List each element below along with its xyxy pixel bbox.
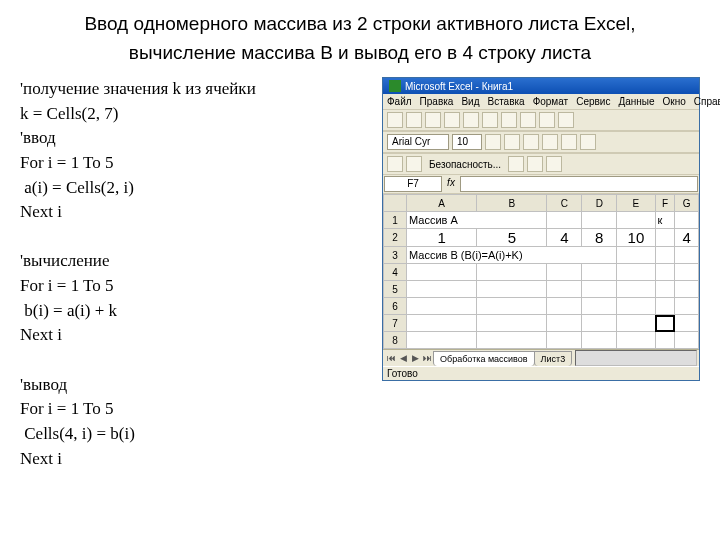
cell[interactable] (547, 281, 582, 298)
excel-toolbar-vba[interactable]: Безопасность... (383, 153, 699, 175)
save-icon[interactable] (425, 112, 441, 128)
cell[interactable] (655, 315, 675, 332)
excel-menubar[interactable]: ФайлПравкаВидВставкаФорматСервисДанныеОк… (383, 94, 699, 109)
cell[interactable] (675, 315, 699, 332)
cell[interactable] (477, 315, 547, 332)
align-right-icon[interactable] (580, 134, 596, 150)
column-header[interactable]: F (655, 195, 675, 212)
cell[interactable] (617, 332, 655, 349)
cell[interactable] (655, 247, 675, 264)
cell[interactable] (547, 212, 582, 229)
column-header[interactable]: G (675, 195, 699, 212)
row-header[interactable]: 2 (384, 229, 407, 247)
cell[interactable] (477, 264, 547, 281)
cell[interactable] (617, 315, 655, 332)
cell[interactable]: 10 (617, 229, 655, 247)
bold-icon[interactable] (485, 134, 501, 150)
column-header[interactable]: E (617, 195, 655, 212)
vba-editor-icon[interactable] (508, 156, 524, 172)
cell[interactable] (407, 298, 477, 315)
excel-toolbar-standard[interactable] (383, 109, 699, 131)
cell[interactable] (407, 332, 477, 349)
cell[interactable] (547, 298, 582, 315)
align-center-icon[interactable] (561, 134, 577, 150)
column-header[interactable]: B (477, 195, 547, 212)
cell[interactable] (675, 298, 699, 315)
column-header[interactable]: D (582, 195, 617, 212)
cell[interactable] (617, 212, 655, 229)
cell[interactable] (582, 281, 617, 298)
cell[interactable] (407, 315, 477, 332)
name-box[interactable]: F7 (384, 176, 442, 192)
open-icon[interactable] (406, 112, 422, 128)
cell[interactable] (617, 247, 655, 264)
menu-item[interactable]: Вид (461, 96, 479, 107)
cell[interactable] (477, 298, 547, 315)
cell[interactable] (675, 247, 699, 264)
cell[interactable] (477, 281, 547, 298)
fx-icon[interactable]: fx (443, 175, 459, 193)
cell[interactable] (617, 264, 655, 281)
cell[interactable]: 4 (547, 229, 582, 247)
cell[interactable] (547, 315, 582, 332)
cell[interactable] (547, 332, 582, 349)
preview-icon[interactable] (463, 112, 479, 128)
cell[interactable] (675, 281, 699, 298)
record-macro-icon[interactable] (406, 156, 422, 172)
undo-icon[interactable] (558, 112, 574, 128)
cell[interactable] (655, 229, 675, 247)
menu-item[interactable]: Правка (420, 96, 454, 107)
cell[interactable] (582, 298, 617, 315)
security-button[interactable]: Безопасность... (425, 159, 505, 170)
row-header[interactable]: 7 (384, 315, 407, 332)
sheet-tab-other[interactable]: Лист3 (534, 351, 573, 366)
cell[interactable] (407, 281, 477, 298)
cut-icon[interactable] (501, 112, 517, 128)
cell[interactable] (655, 281, 675, 298)
row-header[interactable]: 5 (384, 281, 407, 298)
cell[interactable] (655, 298, 675, 315)
align-left-icon[interactable] (542, 134, 558, 150)
row-header[interactable]: 6 (384, 298, 407, 315)
row-header[interactable]: 4 (384, 264, 407, 281)
select-all-corner[interactable] (384, 195, 407, 212)
cell[interactable] (582, 212, 617, 229)
font-size-field[interactable]: 10 (452, 134, 482, 150)
cell[interactable] (582, 264, 617, 281)
tab-nav-first-icon[interactable]: ⏮ (385, 351, 397, 365)
cell[interactable] (675, 264, 699, 281)
new-icon[interactable] (387, 112, 403, 128)
italic-icon[interactable] (504, 134, 520, 150)
spell-icon[interactable] (482, 112, 498, 128)
cell[interactable]: к (655, 212, 675, 229)
column-header[interactable]: C (547, 195, 582, 212)
cell[interactable] (675, 212, 699, 229)
menu-item[interactable]: Вставка (487, 96, 524, 107)
sheet-tab-active[interactable]: Обработка массивов (433, 351, 535, 366)
tab-nav-last-icon[interactable]: ⏭ (421, 351, 433, 365)
cell[interactable]: 8 (582, 229, 617, 247)
cell[interactable]: Массив A (407, 212, 547, 229)
tab-nav-prev-icon[interactable]: ◀ (397, 351, 409, 365)
menu-item[interactable]: Сервис (576, 96, 610, 107)
menu-item[interactable]: Формат (533, 96, 569, 107)
design-mode-icon[interactable] (546, 156, 562, 172)
run-macro-icon[interactable] (387, 156, 403, 172)
tab-nav-next-icon[interactable]: ▶ (409, 351, 421, 365)
spreadsheet-grid[interactable]: ABCDEFG 1Массив Aк215481043Массив B (B(i… (383, 194, 699, 349)
row-header[interactable]: 8 (384, 332, 407, 349)
menu-item[interactable]: Файл (387, 96, 412, 107)
column-header[interactable]: A (407, 195, 477, 212)
cell[interactable] (617, 298, 655, 315)
cell[interactable]: 5 (477, 229, 547, 247)
toolbox-icon[interactable] (527, 156, 543, 172)
horizontal-scrollbar[interactable] (575, 350, 697, 366)
cell[interactable] (675, 332, 699, 349)
print-icon[interactable] (444, 112, 460, 128)
cell[interactable] (655, 264, 675, 281)
sheet-tabs[interactable]: ⏮ ◀ ▶ ⏭ Обработка массивов Лист3 (383, 349, 699, 366)
cell[interactable] (655, 332, 675, 349)
cell[interactable] (582, 315, 617, 332)
menu-item[interactable]: Окно (663, 96, 686, 107)
font-name-field[interactable]: Arial Cyr (387, 134, 449, 150)
